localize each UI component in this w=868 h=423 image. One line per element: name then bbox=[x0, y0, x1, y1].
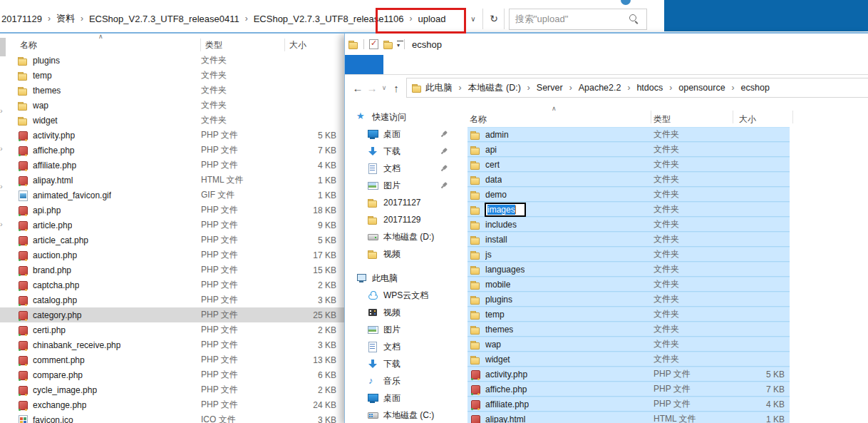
file-row[interactable]: article_cat.php PHP 文件 5 KB bbox=[0, 233, 344, 248]
file-row[interactable]: admin 文件夹 bbox=[467, 127, 790, 142]
file-row[interactable]: wap 文件夹 bbox=[467, 337, 790, 352]
file-row[interactable]: affiche.php PHP 文件 7 KB bbox=[467, 382, 790, 397]
column-header-type[interactable]: 类型 bbox=[205, 39, 222, 51]
sidebar-item[interactable]: 本地磁盘 (C:) bbox=[345, 407, 465, 423]
sidebar-item[interactable]: 桌面 bbox=[345, 126, 465, 143]
up-icon[interactable]: ↑ bbox=[389, 82, 403, 94]
file-row[interactable]: themes 文件夹 bbox=[0, 83, 344, 98]
file-row[interactable]: category.php PHP 文件 25 KB bbox=[0, 307, 344, 322]
column-header-name[interactable]: 名称 bbox=[470, 113, 487, 126]
sidebar-item[interactable]: 本地磁盘 (D:) bbox=[345, 228, 465, 245]
file-row[interactable]: affiliate.php PHP 文件 4 KB bbox=[0, 158, 344, 173]
breadcrumb-item[interactable]: Apache2.2 bbox=[563, 83, 621, 93]
file-row[interactable]: plugins 文件夹 bbox=[467, 292, 790, 307]
tree-expand-icon[interactable]: › bbox=[0, 144, 6, 153]
file-row[interactable]: demo 文件夹 bbox=[467, 187, 790, 202]
sidebar-item[interactable]: 桌面 bbox=[345, 389, 465, 407]
file-row[interactable]: catalog.php PHP 文件 3 KB bbox=[0, 292, 344, 307]
file-row[interactable]: captcha.php PHP 文件 2 KB bbox=[0, 277, 344, 292]
file-row[interactable]: auction.php PHP 文件 17 KB bbox=[0, 248, 344, 263]
column-header-size[interactable]: 大小 bbox=[739, 113, 756, 126]
ribbon-tab[interactable] bbox=[388, 55, 426, 74]
breadcrumb-item[interactable]: ecshop bbox=[725, 83, 770, 93]
file-row[interactable]: chinabank_receive.php PHP 文件 3 KB bbox=[0, 337, 344, 352]
file-row[interactable]: affiche.php PHP 文件 7 KB bbox=[0, 143, 344, 158]
sidebar-item[interactable]: 视频 bbox=[345, 245, 465, 263]
file-row[interactable]: comment.php PHP 文件 13 KB bbox=[0, 352, 344, 367]
file-row[interactable]: images 文件夹 bbox=[467, 202, 790, 217]
sidebar-item[interactable]: WPS云文档 bbox=[345, 287, 465, 304]
file-row[interactable]: temp 文件夹 bbox=[0, 68, 344, 83]
rename-edit-input[interactable]: images bbox=[485, 203, 525, 216]
help-icon[interactable] bbox=[621, 0, 631, 5]
file-row[interactable]: includes 文件夹 bbox=[467, 217, 790, 232]
search-icon[interactable] bbox=[629, 14, 640, 25]
breadcrumb-item[interactable]: Server bbox=[521, 83, 563, 93]
tree-expand-icon[interactable]: › bbox=[0, 220, 6, 228]
file-row[interactable]: js 文件夹 bbox=[467, 247, 790, 262]
breadcrumb-item[interactable]: htdocs bbox=[621, 83, 663, 93]
search-input[interactable]: 搜索"upload" bbox=[509, 9, 647, 30]
file-row[interactable]: exchange.php PHP 文件 24 KB bbox=[0, 397, 344, 412]
file-row[interactable]: brand.php PHP 文件 15 KB bbox=[0, 263, 344, 277]
file-row[interactable]: widget 文件夹 bbox=[467, 352, 790, 367]
file-row[interactable]: affiliate.php PHP 文件 4 KB bbox=[467, 397, 790, 412]
file-row[interactable]: languages 文件夹 bbox=[467, 262, 790, 277]
tree-expand-icon[interactable]: › bbox=[0, 182, 6, 190]
file-row[interactable]: compare.php PHP 文件 6 KB bbox=[0, 367, 344, 382]
sidebar-item[interactable]: 文档 bbox=[345, 338, 465, 355]
sidebar-item[interactable]: 下载 bbox=[345, 143, 465, 160]
properties-icon[interactable] bbox=[368, 39, 380, 50]
scrollbar-fragment[interactable] bbox=[0, 38, 6, 56]
breadcrumb-item[interactable]: 20171129 bbox=[1, 14, 42, 24]
refresh-icon[interactable]: ↻ bbox=[485, 9, 503, 29]
file-row[interactable]: cert 文件夹 bbox=[467, 157, 790, 172]
file-row[interactable]: plugins 文件夹 bbox=[0, 53, 344, 68]
sidebar-item[interactable]: 音乐 bbox=[345, 372, 465, 389]
file-row[interactable]: themes 文件夹 bbox=[467, 322, 790, 337]
address-bar[interactable]: 此电脑本地磁盘 (D:)ServerApache2.2htdocsopensou… bbox=[406, 78, 868, 98]
sidebar-item[interactable]: 文档 bbox=[345, 160, 465, 177]
file-row[interactable]: cycle_image.php PHP 文件 2 KB bbox=[0, 382, 344, 397]
sidebar-item[interactable]: 图片 bbox=[345, 321, 465, 338]
ribbon-tab[interactable] bbox=[345, 55, 383, 74]
file-row[interactable]: wap 文件夹 bbox=[0, 98, 344, 113]
breadcrumb-item[interactable]: opensource bbox=[663, 83, 725, 93]
customize-toolbar-caret-icon[interactable]: ▾ bbox=[397, 40, 400, 49]
sidebar-item[interactable]: 下载 bbox=[345, 355, 465, 372]
new-folder-icon[interactable] bbox=[383, 39, 394, 50]
file-row[interactable]: api.php PHP 文件 18 KB bbox=[0, 203, 344, 218]
file-row[interactable]: alipay.html HTML 文件 1 KB bbox=[467, 412, 790, 423]
file-row[interactable]: api 文件夹 bbox=[467, 142, 790, 157]
ribbon-tab[interactable] bbox=[473, 55, 512, 74]
address-dropdown-icon[interactable]: ∨ bbox=[465, 9, 481, 29]
sidebar-quick-access[interactable]: 快速访问 bbox=[345, 108, 465, 126]
sidebar-item[interactable]: 视频 bbox=[345, 304, 465, 321]
sidebar-this-pc[interactable]: 此电脑 bbox=[345, 270, 465, 287]
sidebar-item[interactable]: 20171129 bbox=[345, 211, 465, 228]
file-row[interactable]: animated_favicon.gif GIF 文件 1 KB bbox=[0, 188, 344, 203]
file-row[interactable]: activity.php PHP 文件 5 KB bbox=[467, 367, 790, 382]
column-header-type[interactable]: 类型 bbox=[653, 113, 671, 126]
breadcrumb-item[interactable]: ECShop_V2.7.3_UTF8_release0411 bbox=[75, 14, 239, 24]
history-dropdown-icon[interactable]: ∨ bbox=[379, 84, 389, 91]
back-icon[interactable]: ← bbox=[351, 82, 365, 94]
breadcrumb-item[interactable]: 本地磁盘 (D:) bbox=[453, 82, 521, 94]
column-header-size[interactable]: 大小 bbox=[289, 39, 306, 51]
file-row[interactable]: alipay.html HTML 文件 1 KB bbox=[0, 173, 344, 188]
file-row[interactable]: mobile 文件夹 bbox=[467, 277, 790, 292]
file-row[interactable]: article.php PHP 文件 9 KB bbox=[0, 218, 344, 233]
file-row[interactable]: temp 文件夹 bbox=[467, 307, 790, 322]
sidebar-item[interactable]: 20171127 bbox=[345, 194, 465, 211]
forward-icon[interactable]: → bbox=[365, 82, 379, 94]
file-row[interactable]: data 文件夹 bbox=[467, 172, 790, 187]
tree-expand-icon[interactable]: › bbox=[0, 106, 6, 115]
breadcrumb-item[interactable]: 资料 bbox=[42, 12, 75, 25]
sidebar-item[interactable]: 图片 bbox=[345, 177, 465, 194]
file-row[interactable]: install 文件夹 bbox=[467, 232, 790, 247]
file-row[interactable]: certi.php PHP 文件 2 KB bbox=[0, 322, 344, 337]
file-row[interactable]: favicon.ico ICO 文件 3 KB bbox=[0, 412, 344, 423]
file-row[interactable]: activity.php PHP 文件 5 KB bbox=[0, 128, 344, 143]
breadcrumb-item[interactable]: 此电脑 bbox=[425, 82, 453, 94]
file-row[interactable]: widget 文件夹 bbox=[0, 113, 344, 128]
